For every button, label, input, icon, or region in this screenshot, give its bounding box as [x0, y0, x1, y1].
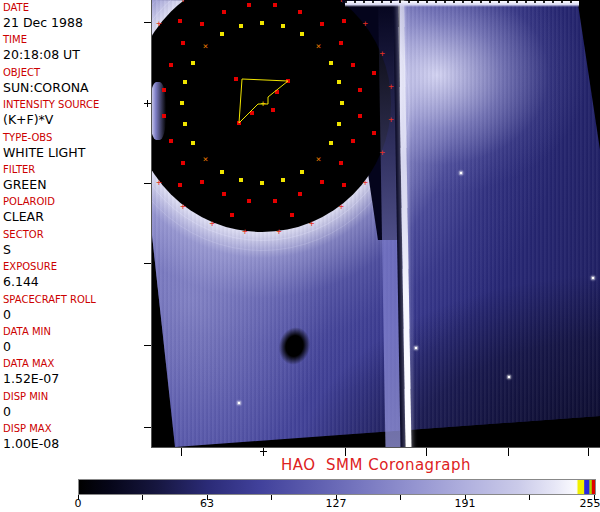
- plot-title: HAO SMM Coronagraph: [152, 456, 600, 474]
- metadata-panel: DATE21 Dec 1988 TIME20:18:08 UT OBJECTSU…: [0, 0, 150, 455]
- field-label: DATA MAX: [3, 358, 150, 370]
- field-value: 6.144: [3, 274, 150, 289]
- colorbar-tick: [271, 495, 272, 500]
- left-axis-line: [151, 0, 152, 448]
- axis-tick: [144, 345, 151, 346]
- field-label: DISP MAX: [3, 423, 150, 435]
- colorbar-tick-label: 191: [455, 497, 476, 510]
- field-label: EXPOSURE: [3, 261, 150, 273]
- field-value: S: [3, 242, 150, 257]
- field-label: DATE: [3, 2, 150, 14]
- axis-tick: [144, 183, 151, 184]
- field-type-obs: TYPE-OBSWHITE LIGHT: [0, 132, 150, 164]
- colorbar-tick: [142, 495, 143, 500]
- bottom-axis-line: [151, 447, 600, 448]
- field-data-min: DATA MIN0: [0, 326, 150, 358]
- field-label: INTENSITY SOURCE: [3, 99, 150, 111]
- axis-tick: [144, 427, 151, 428]
- field-label: TIME: [3, 34, 150, 46]
- field-value: 1.00E-08: [3, 436, 150, 451]
- axis-tick: [181, 448, 182, 456]
- field-value: 0: [3, 307, 150, 322]
- field-disp-max: DISP MAX1.00E-08: [0, 423, 150, 455]
- field-label: POLAROID: [3, 196, 150, 208]
- field-value: 20:18:08 UT: [3, 47, 150, 62]
- field-data-max: DATA MAX1.52E-07: [0, 358, 150, 390]
- field-spacecraft-roll: SPACECRAFT ROLL0: [0, 294, 150, 326]
- smm-coronagraph-viewer: DATE21 Dec 1988 TIME20:18:08 UT OBJECTSU…: [0, 0, 600, 512]
- field-intensity-source: INTENSITY SOURCE(K+F)*V: [0, 99, 150, 131]
- colorbar-tick-label: 255: [580, 497, 600, 510]
- field-polaroid: POLAROIDCLEAR: [0, 196, 150, 228]
- colorbar: [78, 479, 596, 495]
- field-value: SUN:CORONA: [3, 80, 150, 95]
- colorbar-tick-label: 127: [326, 497, 347, 510]
- colorbar-tick-label: 63: [200, 497, 214, 510]
- colorbar-tick: [529, 495, 530, 500]
- field-filter: FILTERGREEN: [0, 164, 150, 196]
- field-value: 0: [3, 404, 150, 419]
- field-value: 1.52E-07: [3, 371, 150, 386]
- field-exposure: EXPOSURE6.144: [0, 261, 150, 293]
- field-disp-min: DISP MIN0: [0, 391, 150, 423]
- sector-polygon-overlay: [152, 0, 600, 447]
- axis-tick: [144, 263, 151, 264]
- field-label: DATA MIN: [3, 326, 150, 338]
- colorbar-tick-label: 0: [75, 497, 82, 510]
- field-label: TYPE-OBS: [3, 132, 150, 144]
- field-object: OBJECTSUN:CORONA: [0, 67, 150, 99]
- field-value: CLEAR: [3, 209, 150, 224]
- axis-tick: [426, 448, 427, 456]
- field-value: WHITE LIGHT: [3, 145, 150, 160]
- field-sector: SECTORS: [0, 229, 150, 261]
- axis-tick: [588, 448, 589, 456]
- coronagraph-image-area: ××××+++++++++++++++++++++++++: [152, 0, 600, 447]
- field-value: 0: [3, 339, 150, 354]
- field-label: DISP MIN: [3, 391, 150, 403]
- axis-tick: [260, 451, 267, 452]
- field-label: SECTOR: [3, 229, 150, 241]
- axis-tick: [147, 100, 148, 107]
- field-time: TIME20:18:08 UT: [0, 34, 150, 66]
- axis-tick: [263, 448, 264, 456]
- axis-tick: [508, 448, 509, 456]
- field-date: DATE21 Dec 1988: [0, 2, 150, 34]
- field-value: (K+F)*V: [3, 112, 150, 127]
- field-value: GREEN: [3, 177, 150, 192]
- colorbar-tick: [400, 495, 401, 500]
- axis-tick: [345, 448, 346, 456]
- field-value: 21 Dec 1988: [3, 15, 150, 30]
- axis-tick: [144, 22, 151, 23]
- field-label: FILTER: [3, 164, 150, 176]
- field-label: SPACECRAFT ROLL: [3, 294, 150, 306]
- field-label: OBJECT: [3, 67, 150, 79]
